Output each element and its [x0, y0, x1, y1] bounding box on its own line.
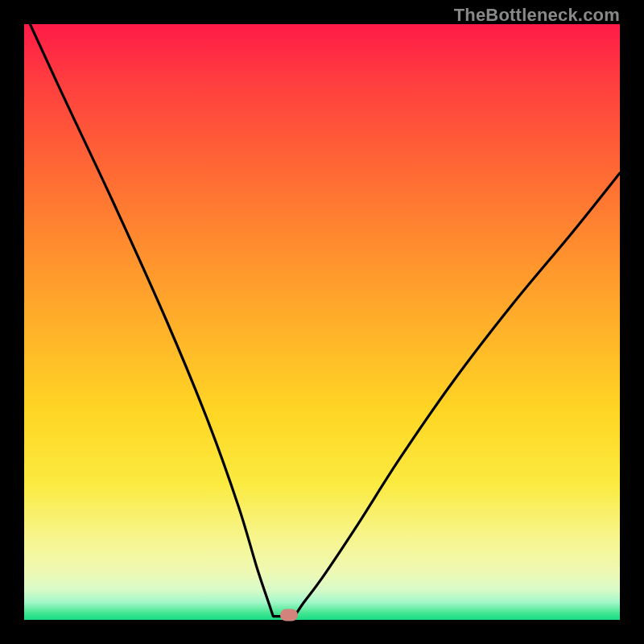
optimal-point-marker — [280, 609, 298, 621]
plot-area — [24, 24, 620, 620]
chart-frame: TheBottleneck.com — [0, 0, 644, 644]
bottleneck-curve — [24, 24, 620, 620]
attribution-watermark: TheBottleneck.com — [454, 5, 620, 26]
